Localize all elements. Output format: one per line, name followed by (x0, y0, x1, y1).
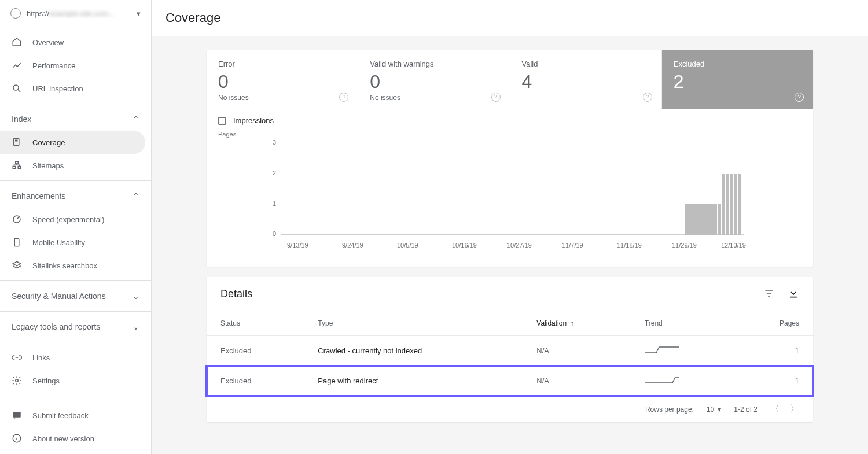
svg-rect-4 (18, 167, 21, 169)
sidebar-group-index[interactable]: Index ⌃ (0, 108, 151, 131)
sidebar-group-enhancements[interactable]: Enhancements ⌃ (0, 184, 151, 208)
svg-rect-17 (693, 204, 697, 235)
gear-icon (12, 375, 22, 386)
stat-valid[interactable]: Valid 4 ? (510, 50, 662, 109)
stat-valid-warnings[interactable]: Valid with warnings 0 No issues ? (358, 50, 510, 109)
label: Sitelinks searchbox (32, 261, 97, 270)
label: Performance (32, 61, 75, 70)
chevron-down-icon: ⌄ (133, 291, 139, 301)
sparkline (645, 344, 679, 356)
sidebar-item-coverage[interactable]: Coverage (0, 131, 145, 154)
gauge-icon (12, 214, 22, 224)
svg-rect-25 (726, 174, 729, 235)
sidebar-item-feedback[interactable]: Submit feedback (0, 404, 151, 427)
layers-icon (12, 260, 22, 271)
pagination: Rows per page: 10 ▾ 1-2 of 2 〈 〉 (207, 396, 813, 422)
col-trend[interactable]: Trend (631, 311, 734, 336)
impressions-toggle[interactable]: Impressions (207, 109, 813, 125)
label: Submit feedback (32, 411, 89, 420)
sidebar-item-mobile[interactable]: Mobile Usability (0, 231, 151, 254)
prev-page-button[interactable]: 〈 (770, 403, 779, 415)
link-icon (12, 352, 22, 363)
chevron-up-icon: ⌃ (133, 191, 139, 201)
table-row[interactable]: Excluded Crawled - currently not indexed… (207, 336, 813, 366)
svg-text:1: 1 (273, 200, 276, 207)
svg-text:10/16/19: 10/16/19 (452, 242, 477, 249)
help-icon[interactable]: ? (491, 93, 501, 102)
sidebar-item-overview[interactable]: Overview (0, 31, 151, 54)
chart: 3 2 1 0 (218, 138, 801, 253)
col-status[interactable]: Status (207, 311, 304, 336)
svg-text:11/29/19: 11/29/19 (672, 242, 697, 249)
svg-text:9/13/19: 9/13/19 (287, 242, 308, 249)
svg-text:12/10/19: 12/10/19 (721, 242, 746, 249)
sidebar-item-about[interactable]: About new version (0, 427, 151, 450)
page-range: 1-2 of 2 (734, 405, 757, 414)
svg-text:11/18/19: 11/18/19 (617, 242, 642, 249)
chevron-down-icon: ▾ (718, 405, 721, 414)
chevron-down-icon: ⌄ (133, 322, 139, 331)
stat-error[interactable]: Error 0 No issues ? (207, 50, 358, 109)
sidebar-item-url-inspection[interactable]: URL inspection (0, 77, 151, 100)
sidebar-group-legacy[interactable]: Legacy tools and reports ⌄ (0, 315, 151, 338)
sidebar-item-sitelinks[interactable]: Sitelinks searchbox (0, 254, 151, 277)
sidebar-item-links[interactable]: Links (0, 346, 151, 369)
next-page-button[interactable]: 〉 (790, 403, 799, 415)
label: Overview (32, 38, 64, 47)
help-icon[interactable]: ? (643, 93, 652, 102)
sidebar-item-speed[interactable]: Speed (experimental) (0, 208, 151, 231)
svg-text:10/5/19: 10/5/19 (397, 242, 418, 249)
svg-text:11/7/19: 11/7/19 (562, 242, 583, 249)
table-row[interactable]: Excluded Page with redirect N/A 1 (207, 366, 813, 396)
globe-icon (10, 8, 21, 19)
svg-rect-22 (713, 204, 717, 235)
info-icon (12, 433, 22, 444)
stat-excluded[interactable]: Excluded 2 ? (662, 50, 813, 109)
rows-per-page-select[interactable]: 10 ▾ (707, 405, 721, 414)
svg-rect-20 (705, 204, 709, 235)
svg-text:2: 2 (273, 169, 276, 176)
sparkline (645, 374, 679, 386)
col-pages[interactable]: Pages (734, 311, 813, 336)
download-icon[interactable] (788, 287, 799, 301)
svg-point-7 (16, 379, 19, 382)
svg-rect-21 (709, 204, 713, 235)
svg-rect-16 (689, 204, 693, 235)
col-type[interactable]: Type (304, 311, 523, 336)
svg-rect-6 (14, 238, 19, 246)
main-content: Coverage Error 0 No issues ? Valid with … (152, 0, 868, 454)
col-validation[interactable]: Validation ↑ (523, 311, 631, 336)
sidebar-item-settings[interactable]: Settings (0, 369, 151, 392)
label: Mobile Usability (32, 238, 85, 247)
sidebar-item-sitemaps[interactable]: Sitemaps (0, 154, 151, 177)
trend-icon (12, 60, 22, 71)
label: About new version (32, 434, 94, 443)
search-icon (12, 83, 22, 94)
page-header: Coverage (152, 0, 868, 36)
label: Settings (32, 377, 60, 385)
svg-rect-2 (16, 161, 19, 164)
svg-text:9/24/19: 9/24/19 (342, 242, 363, 249)
sidebar-group-security[interactable]: Security & Manual Actions ⌄ (0, 285, 151, 308)
svg-rect-19 (701, 204, 705, 235)
svg-rect-26 (730, 174, 733, 235)
svg-text:3: 3 (273, 139, 276, 146)
help-icon[interactable]: ? (795, 93, 804, 102)
svg-rect-27 (734, 174, 737, 235)
property-selector[interactable]: https://example-site.com... ▾ (0, 0, 151, 27)
property-url: https://example-site.com... (27, 9, 131, 18)
feedback-icon (12, 410, 22, 420)
sidebar: https://example-site.com... ▾ Overview P… (0, 0, 152, 454)
sidebar-item-performance[interactable]: Performance (0, 54, 151, 77)
svg-rect-15 (685, 204, 689, 235)
phone-icon (12, 237, 22, 248)
svg-rect-24 (722, 174, 725, 235)
svg-rect-23 (718, 204, 721, 235)
chart-area: Pages 3 2 1 0 (207, 125, 813, 267)
filter-icon[interactable] (763, 287, 775, 301)
chevron-up-icon: ⌃ (133, 115, 139, 124)
details-table: Status Type Validation ↑ Trend Pages Exc… (207, 311, 813, 396)
label: Speed (experimental) (32, 215, 104, 224)
label: Coverage (32, 138, 65, 147)
help-icon[interactable]: ? (339, 93, 348, 102)
